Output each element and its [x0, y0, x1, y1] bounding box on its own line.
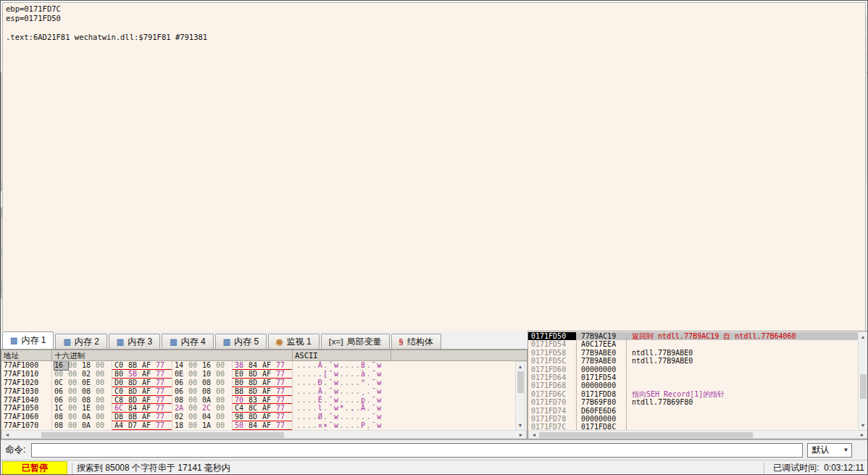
dump-byte-group: 18001A00 [172, 421, 232, 430]
tab-label: 内存 3 [128, 336, 152, 348]
stack-row[interactable]: 0171FD7077B69F80ntdll.77B69F80 [528, 398, 859, 406]
info-line [6, 23, 865, 33]
dump-ascii: ....Ð.¯w....°.¯w [292, 379, 383, 387]
dump-row[interactable]: 77AF100016001800C08BAF77140016003884AF77… [1, 361, 516, 370]
tab-label: 监视 1 [287, 336, 312, 348]
dump-ascii: .....[¯w....à.¯w [292, 370, 383, 379]
tab-监视 1[interactable]: ◉监视 1 [268, 334, 320, 349]
stack-value: 0171FD54 [577, 373, 627, 381]
dump-pointer-group: B08DAF77 [232, 379, 292, 387]
stack-value: 77B69F80 [577, 398, 627, 406]
dump-row[interactable]: 77AF101000000200805BAF770E001000E08DAF77… [1, 370, 516, 379]
dump-ascii-header: ASCII [293, 350, 391, 360]
dump-byte-group: 08000A00 [172, 396, 232, 405]
stack-row[interactable]: 0171FD640171FD54 [528, 373, 859, 381]
dump-vscrollbar[interactable]: ▲ ▼ [515, 361, 525, 431]
stack-row[interactable]: 0171FD6C0171FDD8指向SEH_Record[1]的指针 [528, 390, 859, 398]
command-bar: 命令: 默认 ▼ [1, 439, 867, 460]
chevron-down-icon: ▼ [843, 447, 849, 453]
command-input[interactable] [31, 443, 803, 458]
stack-value: 00000000 [577, 365, 627, 373]
tab-label: 结构体 [407, 336, 433, 348]
tab-内存 3[interactable]: ▥内存 3 [109, 334, 160, 349]
stack-row[interactable]: 0171FD74D60FE6D6 [528, 407, 859, 415]
stack-value: 77B9ABE0 [577, 357, 627, 365]
stack-row[interactable]: 0171FD7800000000 [528, 415, 859, 423]
dump-pointer-group: E08DAF77 [232, 370, 292, 379]
tab-结构体[interactable]: §结构体 [391, 334, 441, 349]
dump-icon: ▥ [10, 336, 17, 345]
stack-comment: 返回到 ntdll.77B9AC19 自 ntdll.77B64060 [627, 332, 859, 340]
dump-pointer-group: 7083AF77 [232, 396, 292, 405]
watch-icon: ◉ [276, 337, 283, 347]
dump-column-headers: 地址 十六进制 ASCII [1, 350, 527, 361]
x32dbg-window: WeChat.exe - PID: 263C - 模块: wechatwin.d… [0, 0, 868, 475]
stack-row[interactable]: 0171FD5077B9AC19返回到 ntdll.77B9AC19 自 ntd… [528, 332, 859, 340]
dump-byte-group: 02000400 [172, 413, 232, 421]
dump-pointer-group: C08BAF77 [112, 361, 172, 370]
stack-row[interactable]: 0171FD6000000000 [528, 365, 859, 373]
stack-comment [627, 340, 859, 348]
tab-内存 1[interactable]: ▥内存 1 [2, 331, 54, 349]
dump-ascii: ....È.¯w....p.¯w [292, 396, 383, 405]
stack-row[interactable]: 0171FD6800000000 [528, 381, 859, 389]
struct-icon: § [399, 337, 404, 346]
dump-pointer-group: 988DAF77 [232, 413, 292, 421]
locals-icon: [x=] [329, 337, 343, 346]
stack-comment [627, 415, 859, 423]
dump-ascii: ....l.¯w*.,.Ä.¯w [292, 404, 383, 413]
dump-icon: ▥ [223, 337, 230, 347]
stack-comment [627, 381, 859, 389]
stack-row[interactable]: 0171FD54A0C17EEA [528, 340, 859, 348]
stack-row[interactable]: 0171FD5C77B9ABE0ntdll.77B9ABE0 [528, 357, 859, 365]
dump-pointer-group: C48CAF77 [232, 404, 292, 413]
dump-row[interactable]: 77AF10501C001E006C84AF772A002C00C48CAF77… [1, 404, 516, 413]
tab-label: 内存 5 [234, 336, 259, 348]
stack-address: 0171FD68 [528, 381, 577, 389]
stack-address: 0171FD5C [528, 357, 577, 365]
info-box: ebp=0171FD7Cesp=0171FD50.text:6AD21F81 w… [1, 258, 613, 298]
dump-icon: ▥ [117, 337, 124, 347]
dump-pointer-group: 805BAF77 [112, 370, 172, 379]
dump-pointer-group: D08DAF77 [112, 379, 172, 387]
stack-address: 0171FD60 [528, 365, 577, 373]
stack-vscrollbar[interactable]: ▲ ▼ [858, 331, 868, 431]
info-line: ebp=0171FD7C [6, 4, 865, 14]
stack-address: 0171FD6C [528, 390, 577, 398]
memory-dump-pane[interactable]: 地址 十六进制 ASCII 77AF100016001800C08BAF7714… [1, 350, 527, 439]
stack-row[interactable]: 0171FD5877B9ABE0ntdll.77B9ABE0 [528, 349, 859, 357]
command-label: 命令: [5, 444, 25, 456]
stack-address: 0171FD70 [528, 398, 577, 406]
status-message: 搜索到 85008 个字符串于 17141 毫秒内 [77, 462, 230, 474]
stack-value: 00000000 [577, 415, 627, 423]
dump-ascii: ....Ø.¯w......¯w [292, 413, 383, 421]
stack-comment: ntdll.77B9ABE0 [627, 357, 859, 365]
dump-icon: ▥ [63, 337, 70, 347]
tab-内存 5[interactable]: ▥内存 5 [215, 334, 267, 349]
tab-内存 2[interactable]: ▥内存 2 [55, 334, 107, 349]
dump-row[interactable]: 77AF10200C000E00D08DAF7706000800B08DAF77… [1, 379, 516, 387]
status-bar: 已暂停 搜索到 85008 个字符串于 17141 毫秒内 已调试时间: 0:0… [1, 460, 867, 475]
tab-局部变量[interactable]: [x=]局部变量 [321, 334, 390, 349]
command-profile-select[interactable]: 默认 ▼ [807, 443, 852, 458]
dump-pointer-group: 5084AF77 [232, 421, 292, 430]
info-line: esp=0171FD50 [6, 14, 865, 23]
stack-address: 0171FD74 [528, 407, 577, 415]
dump-pointer-group: B88DAF77 [232, 387, 292, 396]
stack-pane[interactable]: 0171FD5077B9AC19返回到 ntdll.77B9AC19 自 ntd… [527, 331, 868, 439]
dump-byte-group: 0E001000 [172, 370, 232, 379]
stack-value: A0C17EEA [577, 340, 627, 348]
dump-byte-group: 06000800 [172, 379, 232, 387]
tab-内存 4[interactable]: ▥内存 4 [162, 334, 213, 349]
dump-row[interactable]: 77AF103006000800C08DAF7706000800B88DAF77… [1, 387, 516, 396]
dump-row[interactable]: 77AF106008000A00D88BAF7702000400988DAF77… [1, 413, 516, 421]
dump-pointer-group: C08DAF77 [112, 387, 172, 396]
stack-hscrollbar[interactable]: ◄ ► [528, 430, 868, 439]
dump-byte-group: 1C001E00 [51, 404, 112, 413]
dump-row[interactable]: 77AF104006000800C88DAF7708000A007083AF77… [1, 396, 516, 405]
stack-address: 0171FD54 [528, 340, 577, 348]
dump-byte-group: 08000A00 [51, 413, 112, 421]
dump-hscrollbar[interactable]: ◄ ► [1, 430, 527, 439]
dump-row[interactable]: 77AF107008000A00A4D7AF7718001A005084AF77… [1, 421, 516, 430]
dump-pointer-group: C88DAF77 [112, 396, 172, 405]
